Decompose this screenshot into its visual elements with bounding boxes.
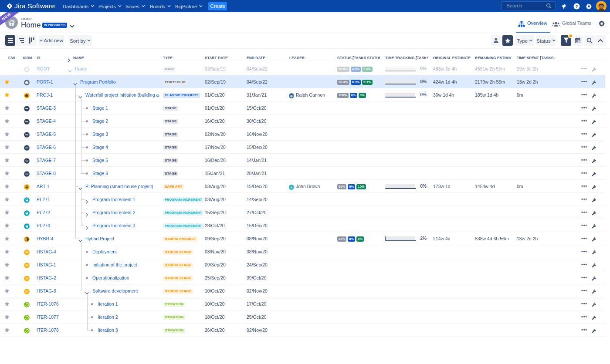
svg-text:?: ? <box>576 4 578 9</box>
